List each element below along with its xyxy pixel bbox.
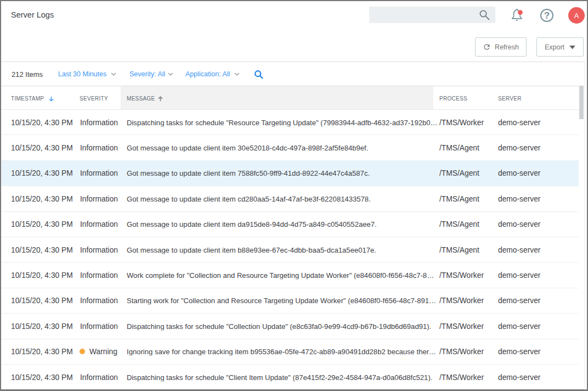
svg-text:?: ? — [544, 10, 550, 21]
